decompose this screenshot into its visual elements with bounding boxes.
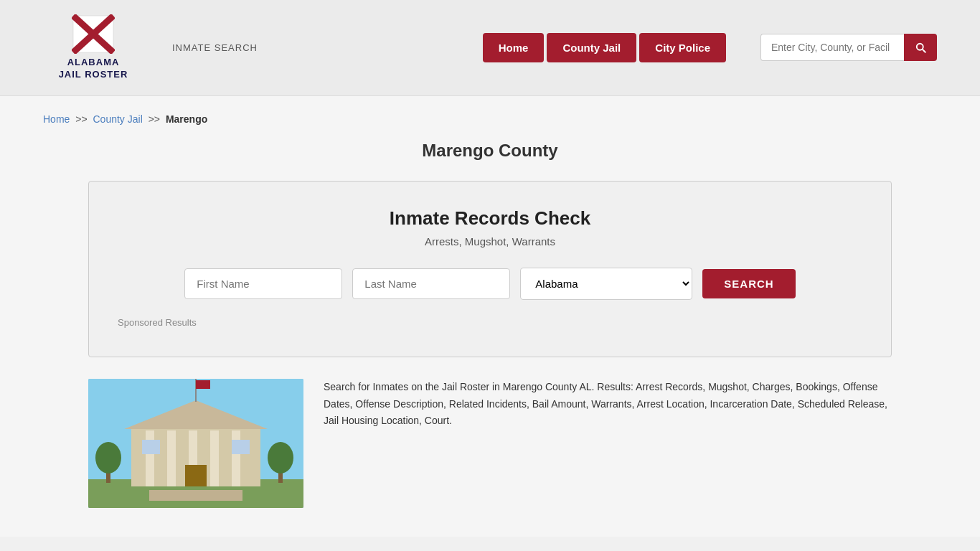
svg-rect-11 [232,430,240,486]
main-nav: Home County Jail City Police [483,33,726,62]
sponsored-results-label: Sponsored Results [118,317,862,328]
bottom-section: Search for Inmates on the Jail Roster in… [88,379,892,508]
svg-rect-8 [167,430,176,486]
home-nav-button[interactable]: Home [483,33,545,62]
svg-rect-21 [149,490,242,501]
county-jail-nav-button[interactable]: County Jail [547,33,636,62]
header-search-bar [760,34,937,61]
main-content: Home >> County Jail >> Marengo Marengo C… [0,96,980,537]
records-title: Inmate Records Check [118,207,862,230]
logo-text: ALABAMA JAIL ROSTER [59,57,128,81]
svg-rect-10 [210,430,219,486]
records-card: Inmate Records Check Arrests, Mugshot, W… [88,181,892,357]
courthouse-image [88,379,303,508]
header-search-button[interactable] [904,34,937,61]
svg-rect-12 [185,465,207,486]
description-text: Search for Inmates on the Jail Roster in… [324,379,892,430]
breadcrumb-county-jail-link[interactable]: County Jail [93,113,143,125]
breadcrumb-current: Marengo [166,113,207,125]
inmate-search-label: INMATE SEARCH [172,42,258,53]
logo-area: ALABAMA JAIL ROSTER [43,14,143,81]
site-header: ALABAMA JAIL ROSTER INMATE SEARCH Home C… [0,0,980,96]
breadcrumb-sep2: >> [149,113,160,125]
svg-rect-13 [142,440,160,454]
city-police-nav-button[interactable]: City Police [639,33,726,62]
breadcrumb-sep1: >> [75,113,87,125]
svg-point-20 [268,442,293,474]
records-subtitle: Arrests, Mugshot, Warrants [118,235,862,248]
inmate-search-button[interactable]: SEARCH [702,269,795,298]
last-name-input[interactable] [352,268,510,299]
svg-point-18 [95,442,121,474]
breadcrumb: Home >> County Jail >> Marengo [43,113,937,125]
page-title: Marengo County [43,141,937,161]
first-name-input[interactable] [184,268,342,299]
state-select[interactable]: AlabamaAlaskaArizonaArkansasCaliforniaCo… [520,268,692,300]
inmate-search-form: AlabamaAlaskaArizonaArkansasCaliforniaCo… [118,268,862,300]
svg-rect-14 [232,440,250,454]
courthouse-svg [88,379,303,508]
svg-rect-7 [146,430,154,486]
header-search-input[interactable] [760,34,904,61]
search-icon [914,41,927,54]
alabama-flag-icon [72,14,115,54]
svg-rect-16 [196,380,210,389]
breadcrumb-home-link[interactable]: Home [43,113,70,125]
